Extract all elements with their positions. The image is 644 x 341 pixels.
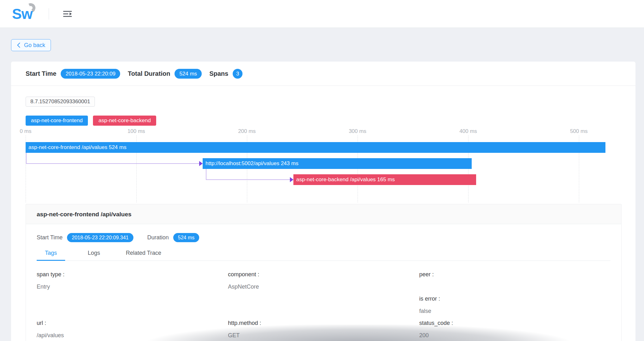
tag-value: AspNetCore [228,284,419,290]
service-tag-asp-net-core-frontend: asp-net-core-frontend [26,116,88,126]
top-navbar: Sw [0,0,644,28]
tag-cell: peer :is error :false [419,271,610,320]
span-detail-body: Start Time 2018-05-23 22:20:09.341 Durat… [26,224,621,341]
span-connector-horizontal [26,163,199,164]
tag-item-component: component :AspNetCore [228,271,419,290]
tag-item-http-method: http.method :GET [228,320,419,339]
axis-tick-label: 200 ms [238,128,256,135]
span-bar-2[interactable]: asp-net-core-backend /api/values 165 ms [293,174,476,185]
axis-tick-label: 100 ms [127,128,145,135]
span-detail-panel: asp-net-core-frontend /api/values Start … [26,204,622,341]
tab-related-trace[interactable]: Related Trace [123,250,164,260]
tag-label: url : [37,320,228,326]
skywalking-logo[interactable]: Sw [12,4,41,23]
span-connector-vertical [206,169,206,180]
go-back-label: Go back [24,42,45,49]
trace-id-chip: 8.7.15270852093360001 [26,97,95,107]
trace-summary-bar: Start Time 2018-05-23 22:20:09 Total Dur… [11,62,635,86]
total-duration-stat: Total Duration 524 ms [128,69,202,79]
span-detail-title: asp-net-core-frontend /api/values [26,204,621,224]
detail-duration-label: Duration [147,234,169,241]
tag-value: GET [228,332,419,339]
tag-item-status-code: status_code :200 [419,320,610,339]
spans-label: Spans [209,70,228,77]
total-duration-badge: 524 ms [175,69,202,79]
start-time-label: Start Time [26,70,56,77]
tab-logs[interactable]: Logs [80,250,108,260]
tag-value: false [419,308,610,314]
tag-item-span-type: span type :Entry [37,271,228,290]
start-time-badge: 2018-05-23 22:20:09 [61,69,120,79]
tag-label: http.method : [228,320,419,326]
tag-cell: http.method :GET [228,320,419,341]
tag-label: span type : [37,271,228,278]
tag-label: component : [228,271,419,278]
tag-value: Entry [37,284,228,290]
total-duration-label: Total Duration [128,70,170,77]
tag-item-url: url :/api/values [37,320,228,339]
tag-label: is error : [419,296,610,302]
tag-value: /api/values [37,332,228,339]
chevron-left-icon [17,42,21,48]
span-connector-arrow-icon [199,161,203,166]
trace-timeline: 0 ms100 ms200 ms300 ms400 ms500 msasp-ne… [26,127,622,202]
axis-tick-label: 300 ms [349,128,366,135]
span-connector-arrow-icon [290,177,293,182]
tag-cell: component :AspNetCore [228,271,419,320]
detail-duration-badge: 524 ms [173,233,199,242]
spans-stat: Spans 3 [209,69,242,79]
span-connector-horizontal [206,179,290,180]
axis-tick-label: 500 ms [570,128,588,135]
tag-label: status_code : [419,320,610,326]
service-legend: asp-net-core-frontendasp-net-core-backen… [26,116,622,126]
span-detail-stats: Start Time 2018-05-23 22:20:09.341 Durat… [37,233,610,242]
detail-start-time-label: Start Time [37,234,63,241]
tag-item-is-error: is error :false [419,296,610,314]
sidebar-fold-icon[interactable] [63,10,72,18]
tag-item-peer: peer : [419,271,610,290]
span-connector-vertical [26,153,27,164]
service-tag-asp-net-core-backend: asp-net-core-backend [93,116,156,126]
trace-card: Start Time 2018-05-23 22:20:09 Total Dur… [11,62,635,341]
axis-tick-label: 400 ms [459,128,477,135]
tags-grid: span type :Entrycomponent :AspNetCorepee… [37,271,610,341]
span-bar-0[interactable]: asp-net-core-frontend /api/values 524 ms [26,142,605,153]
detail-start-time-badge: 2018-05-23 22:20:09.341 [67,233,133,242]
tab-tags[interactable]: Tags [37,250,65,260]
span-bar-1[interactable]: http://localhost:5002/api/values 243 ms [203,158,472,169]
tag-cell: url :/api/values [37,320,228,341]
tag-cell: span type :Entry [37,271,228,320]
tag-value: 200 [419,332,610,339]
spans-count-badge: 3 [233,69,242,79]
tag-cell: status_code :200 [419,320,610,341]
start-time-stat: Start Time 2018-05-23 22:20:09 [26,69,120,79]
tag-value [419,284,610,290]
nav-divider [49,8,49,20]
go-back-button[interactable]: Go back [11,39,51,51]
tag-label: peer : [419,271,610,278]
detail-tabs: TagsLogsRelated Trace [37,250,610,261]
logo-text: Sw [12,4,41,23]
axis-tick-label: 0 ms [20,128,32,135]
trace-card-body: 8.7.15270852093360001 asp-net-core-front… [11,86,635,341]
